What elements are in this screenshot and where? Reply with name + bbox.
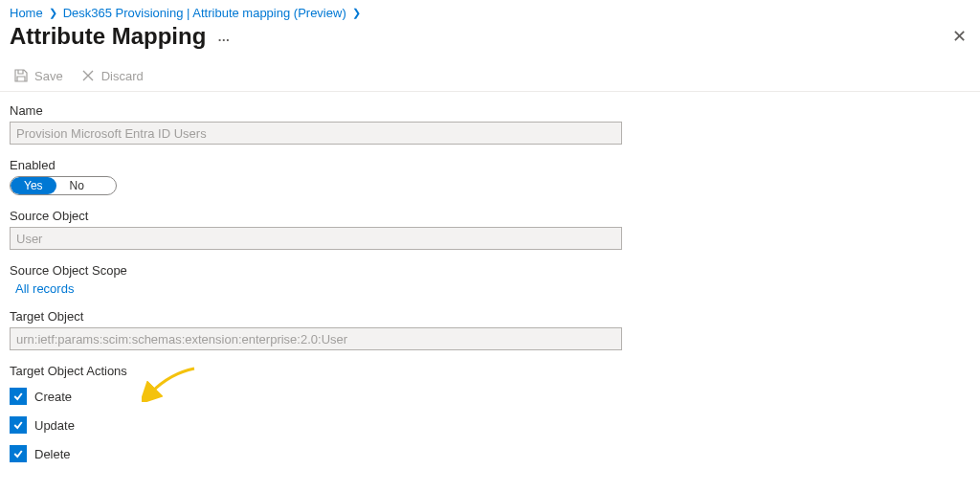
chevron-right-icon: ❯ <box>352 7 361 19</box>
breadcrumb-provisioning[interactable]: Desk365 Provisioning | Attribute mapping… <box>63 6 346 20</box>
source-scope-label: Source Object Scope <box>10 263 970 278</box>
page-title: Attribute Mapping <box>10 23 206 50</box>
breadcrumb: Home ❯ Desk365 Provisioning | Attribute … <box>0 0 980 22</box>
breadcrumb-home[interactable]: Home <box>10 6 43 20</box>
toggle-yes: Yes <box>11 177 56 194</box>
create-checkbox[interactable] <box>10 388 27 405</box>
delete-label: Delete <box>34 447 71 461</box>
close-icon[interactable]: ✕ <box>948 22 970 51</box>
discard-label: Discard <box>101 69 144 83</box>
source-object-input[interactable]: User <box>10 227 622 250</box>
title-row: Attribute Mapping … ✕ <box>0 22 980 60</box>
target-object-label: Target Object <box>10 309 970 324</box>
update-checkbox[interactable] <box>10 416 27 434</box>
target-actions-label: Target Object Actions <box>10 364 970 378</box>
toolbar: Save Discard <box>0 60 980 92</box>
name-label: Name <box>10 103 970 118</box>
update-label: Update <box>34 418 75 433</box>
source-object-label: Source Object <box>10 209 970 223</box>
save-label: Save <box>34 69 63 83</box>
chevron-right-icon: ❯ <box>49 7 57 19</box>
discard-button[interactable]: Discard <box>80 68 144 83</box>
save-button[interactable]: Save <box>13 68 63 83</box>
delete-checkbox[interactable] <box>10 445 27 462</box>
target-object-input[interactable]: urn:ietf:params:scim:schemas:extension:e… <box>10 327 622 350</box>
toggle-no: No <box>56 177 98 194</box>
create-label: Create <box>34 390 72 404</box>
save-icon <box>13 68 29 83</box>
enabled-toggle[interactable]: Yes No <box>10 176 117 195</box>
name-input[interactable]: Provision Microsoft Entra ID Users <box>10 122 622 145</box>
discard-icon <box>80 68 96 83</box>
form: Name Provision Microsoft Entra ID Users … <box>0 92 980 487</box>
more-menu-icon[interactable]: … <box>217 30 231 44</box>
source-scope-link[interactable]: All records <box>10 281 970 296</box>
enabled-label: Enabled <box>10 158 970 172</box>
